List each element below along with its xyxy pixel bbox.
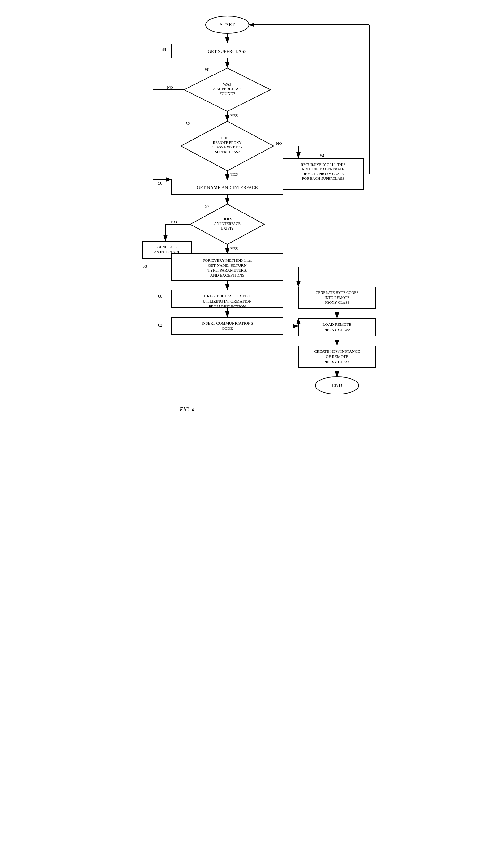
interface-exist-label3: EXIST? [221,226,233,230]
gen-byte-codes-label2: INTO REMOTE [325,296,350,300]
flowchart-svg: START 48 GET SUPERCLASS 50 WAS A SUPERCL… [125,6,379,433]
create-instance-label1: CREATE NEW INSTANCE [314,349,360,354]
label-50: 50 [205,68,209,72]
proxy-exist-label1: DOES A [221,136,234,140]
interface-exist-label1: DOES [222,217,232,221]
get-superclass-label: GET SUPERCLASS [208,49,247,54]
superclass-found-label2: A SUPERCLASS [213,87,242,91]
no-label-1: NO [167,85,173,90]
fig4-caption: FIG. 4 [179,407,195,413]
for-every-method-label1: FOR EVERY METHOD 1...n: [202,258,252,263]
create-jclass-label2: UTILIZING INFORMATION [203,299,252,303]
generate-interface-label1: GENERATE [157,245,177,249]
start-label: START [220,22,235,27]
interface-exist-label2: AN INTERFACE [214,221,240,226]
recursively-label4: FOR EACH SUPERCLASS [302,176,344,181]
label-48: 48 [162,47,166,52]
recursively-label3: REMOTE PROXY CLASS [303,172,344,176]
load-remote-label1: LOAD REMOTE [323,322,352,327]
superclass-found-label: WAS [223,82,231,87]
proxy-exist-label3: CLASS EXIST FOR [212,145,243,149]
end-label: END [332,383,342,388]
no-label-3: NO [171,220,177,224]
label-62: 62 [158,323,162,327]
superclass-found-label3: FOUND? [219,91,235,96]
insert-comm-label1: INSERT COMMUNICATIONS [202,321,253,325]
no-label-2: NO [276,141,282,146]
gen-byte-codes-label3: PROXY CLASS [325,300,350,305]
label-52: 52 [185,122,190,126]
proxy-exist-label4: SUPERCLASS? [215,150,240,154]
label-58: 58 [143,264,147,269]
recursively-label2: ROUTINE TO GENERATE [302,167,344,172]
create-instance-label2: OF REMOTE [326,354,348,359]
gen-byte-codes-label1: GENERATE BYTE CODES [316,290,359,295]
for-every-method-label2: GET NAME, RETURN [208,263,247,268]
create-jclass-label1: CREATE JCLASS OBJECT [204,293,250,298]
yes-label-2: YES [230,172,238,177]
flowchart-container: START 48 GET SUPERCLASS 50 WAS A SUPERCL… [125,6,379,434]
label-60: 60 [158,294,162,299]
yes-label-3: YES [230,246,238,251]
proxy-exist-label2: REMOTE PROXY [213,140,241,145]
for-every-method-label3: TYPE, PARAMETERS, [208,268,247,272]
label-57: 57 [205,204,209,209]
load-remote-label2: PROXY CLASS [323,327,350,332]
yes-label-1: YES [230,113,238,118]
label-54: 54 [320,154,324,158]
for-every-method-label4: AND EXCEPTIONS [210,273,245,278]
create-instance-label3: PROXY CLASS [323,359,350,364]
get-name-interface-label: GET NAME AND INTERFACE [197,185,257,190]
insert-comm-label2: CODE [222,326,233,331]
label-56: 56 [158,181,162,185]
recursively-label1: RECURSIVELY CALL THIS [301,162,345,167]
